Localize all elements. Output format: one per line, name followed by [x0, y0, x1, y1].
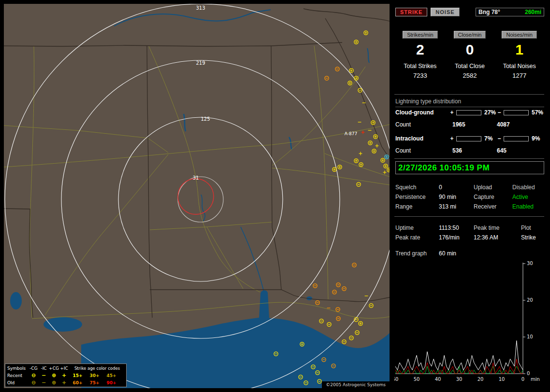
age-code-60: 60+ — [69, 380, 86, 385]
age-code-75: 75+ — [86, 380, 103, 385]
peak-time-value: 12:36 AM — [474, 234, 521, 241]
strike-symbol — [342, 287, 346, 291]
close-alarm-ring — [178, 179, 214, 214]
strike-symbol — [357, 182, 361, 186]
axis-tick-label: 0 — [521, 377, 524, 382]
strike-symbol — [372, 149, 376, 153]
ring-label-31: 31 — [193, 175, 199, 181]
ic-positive-bar — [456, 136, 481, 141]
uptime-value: 1113:50 — [439, 224, 474, 231]
axis-tick-label: 10 — [527, 334, 533, 339]
range-value: 313 mi — [439, 203, 474, 210]
strike-mode-button[interactable]: STRIKE — [395, 8, 427, 16]
peak-rate-label: Peak rate — [395, 234, 439, 241]
strike-symbol — [352, 263, 356, 267]
axis-tick-label: 20 — [478, 377, 484, 382]
squelch-label: Squelch — [395, 184, 439, 191]
strike-symbol — [336, 283, 340, 287]
state-borders-layer — [4, 9, 390, 318]
persistence-label: Persistence — [395, 194, 439, 200]
ring-label-125: 125 — [201, 116, 210, 122]
roads-layer — [4, 46, 390, 319]
strike-symbol — [313, 284, 317, 288]
legend-col-neg-ic: -IC — [39, 366, 49, 371]
cg-count-label: Count — [395, 121, 452, 128]
strike-symbol — [369, 304, 373, 308]
peak-time-label: Peak time — [474, 224, 521, 231]
legend-col-neg-cg: -CG — [29, 366, 39, 371]
copyright-text: ©2005 Astrogenic Systems — [322, 381, 390, 388]
axis-tick-label: 50 — [414, 377, 420, 382]
station-label: A-877 — [345, 131, 357, 136]
chip-noises-per-min[interactable]: Noises/min — [502, 31, 536, 39]
strike-symbol — [349, 69, 353, 72]
strike-symbol — [335, 67, 339, 71]
ic-negative-bar — [504, 136, 529, 141]
legend-col-pos-ic: +IC — [59, 366, 69, 371]
plus-sign: + — [449, 109, 454, 116]
ic-negative-count: 645 — [497, 147, 507, 154]
recent-pos-ic-icon: + — [59, 373, 69, 378]
strike-symbol — [364, 31, 368, 35]
chip-strikes-per-min[interactable]: Strikes/min — [403, 31, 437, 39]
chip-close-per-min[interactable]: Close/min — [454, 31, 486, 39]
trend-chart: 01020306050403020100min — [394, 260, 544, 384]
strike-symbol — [342, 340, 346, 344]
strike-symbol — [362, 131, 365, 134]
clock-display: 2/27/2026 10:05:19 PM — [395, 161, 544, 174]
ic-count-label: Count — [395, 147, 452, 154]
axis-tick-label: 30 — [527, 261, 533, 266]
bearing-display: Bng 78° 260mi — [476, 8, 544, 16]
water-layer — [10, 10, 390, 388]
axis-tick-label: min — [531, 377, 540, 382]
strike-symbol — [384, 164, 388, 168]
noise-mode-button[interactable]: NOISE — [431, 8, 459, 16]
cg-negative-pct: 57% — [531, 109, 544, 116]
strike-symbol — [348, 81, 352, 85]
axis-tick-label: 20 — [527, 297, 533, 303]
strike-symbol — [325, 76, 329, 80]
strike-symbol — [359, 163, 363, 167]
persistence-value: 90 min — [439, 194, 474, 200]
noises-per-min-value: 1 — [515, 42, 523, 57]
trend-chart-canvas: 01020306050403020100min — [394, 260, 544, 384]
strikes-per-min-value: 2 — [416, 42, 424, 57]
strike-symbol — [383, 171, 387, 174]
distribution-title: Lightning type distribution — [395, 98, 544, 107]
strike-symbol — [387, 168, 390, 172]
uptime-stats-grid: Uptime 1113:50 Peak time Plot Peak rate … — [395, 223, 544, 242]
old-pos-ic-icon: + — [59, 380, 69, 385]
legend-symbols-title: Symbols — [6, 366, 29, 371]
status-panel: STRIKE NOISE Bng 78° 260mi Strikes/min C… — [392, 4, 546, 388]
strike-symbol — [336, 308, 340, 311]
strike-symbol — [385, 155, 389, 159]
close-per-min-value: 0 — [466, 42, 474, 57]
uptime-label: Uptime — [395, 224, 439, 231]
receiver-label: Receiver — [474, 203, 512, 210]
minus-sign: − — [497, 109, 502, 116]
bearing-range-value: 260mi — [525, 9, 541, 15]
axis-tick-label: 60 — [394, 377, 398, 382]
strike-symbol — [354, 159, 358, 163]
cg-positive-pct: 27% — [483, 109, 497, 116]
cloud-ground-label: Cloud-ground — [395, 109, 449, 116]
cg-positive-count: 1965 — [452, 121, 497, 128]
old-pos-cg-icon: ⊕ — [49, 380, 59, 385]
ic-positive-pct: 7% — [483, 135, 497, 142]
plot-value: Strike — [521, 234, 544, 241]
legend-col-pos-cg: +CG — [49, 366, 59, 371]
range-label: Range — [395, 203, 439, 210]
strike-symbol — [376, 144, 379, 148]
total-strikes-value: 7233 — [395, 72, 445, 79]
legend-row-old-label: Old — [6, 380, 29, 385]
upload-label: Upload — [474, 184, 512, 191]
recent-neg-cg-icon: ⊖ — [29, 373, 39, 378]
squelch-value: 0 — [439, 184, 474, 191]
recent-pos-cg-icon: ⊕ — [49, 373, 59, 378]
strike-symbol — [327, 322, 331, 326]
ic-positive-count: 536 — [452, 147, 497, 154]
capture-label: Capture — [474, 194, 512, 200]
strike-symbol — [316, 301, 319, 305]
ic-negative-pct: 9% — [531, 135, 544, 142]
strike-map[interactable]: 313 219 125 31 A-877 Symbols -CG -IC +CG… — [4, 4, 390, 388]
